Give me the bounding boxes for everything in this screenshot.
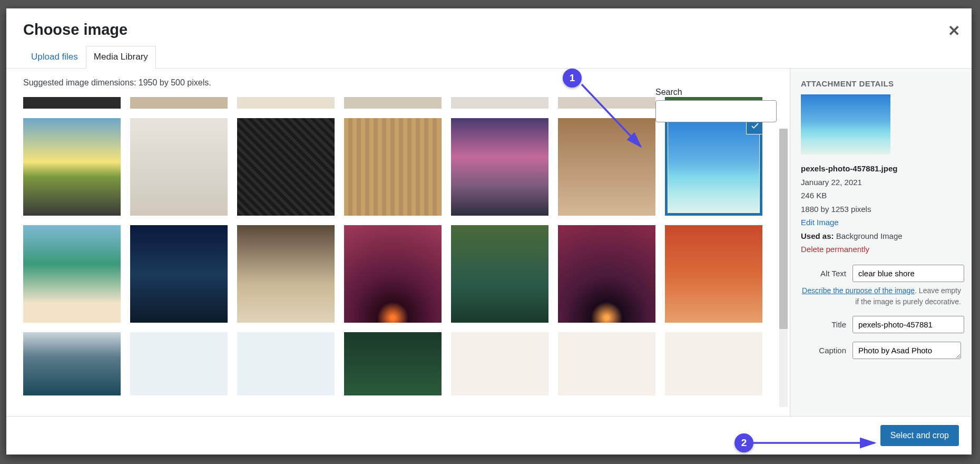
title-input[interactable] [852, 316, 964, 333]
search-input[interactable] [655, 100, 777, 122]
media-thumb-selected[interactable] [665, 118, 762, 216]
media-thumb[interactable] [237, 118, 335, 216]
media-thumb[interactable] [344, 225, 442, 323]
media-thumb[interactable] [130, 118, 228, 216]
media-thumb[interactable] [665, 225, 762, 323]
title-row: Title [801, 316, 961, 333]
search-label: Search [655, 88, 777, 97]
annotation-arrow-1 [572, 78, 651, 157]
media-thumb[interactable] [237, 225, 335, 323]
media-thumb[interactable] [23, 118, 121, 216]
title-label: Title [801, 316, 846, 329]
annotation-badge-2: 2 [734, 433, 753, 452]
media-thumb[interactable] [344, 118, 442, 216]
media-thumb[interactable] [23, 332, 121, 395]
used-as-label: Used as: [801, 231, 834, 240]
modal-header: Choose image ✕ [6, 8, 972, 46]
scrollbar-thumb[interactable] [779, 129, 788, 329]
media-grid [23, 118, 771, 323]
grid-scrollbar[interactable] [779, 129, 788, 407]
alt-text-help: Describe the purpose of the image. Leave… [801, 285, 961, 307]
media-thumb[interactable] [130, 97, 228, 109]
media-thumb[interactable] [451, 332, 548, 395]
media-thumb[interactable] [665, 332, 762, 395]
media-thumb[interactable] [130, 332, 228, 395]
media-thumb[interactable] [237, 97, 335, 109]
media-thumb[interactable] [451, 118, 548, 216]
modal-title: Choose image [23, 21, 955, 38]
attachment-date: January 22, 2021 [801, 176, 961, 189]
alt-text-input[interactable] [852, 265, 964, 282]
annotation-arrow-2 [753, 437, 883, 449]
close-button[interactable]: ✕ [948, 22, 960, 40]
select-and-crop-button[interactable]: Select and crop [880, 425, 959, 446]
media-thumb[interactable] [451, 225, 548, 323]
delete-permanently-link[interactable]: Delete permanently [801, 245, 869, 254]
attachment-preview [801, 94, 890, 154]
caption-label: Caption [801, 342, 846, 355]
media-grid-row-partial-bottom [23, 332, 771, 395]
search-area: Search [655, 88, 777, 122]
caption-input[interactable]: Photo by Asad Photo [852, 342, 961, 359]
media-modal: Choose image ✕ Upload files Media Librar… [6, 8, 972, 455]
used-as-value: Background Image [836, 231, 903, 240]
annotation-badge-1: 1 [563, 69, 582, 88]
alt-text-label: Alt Text [801, 265, 846, 278]
media-thumb[interactable] [23, 97, 121, 109]
tab-media-library[interactable]: Media Library [86, 46, 156, 69]
media-thumb[interactable] [344, 97, 442, 109]
alt-text-row: Alt Text [801, 265, 961, 282]
media-thumb[interactable] [451, 97, 548, 109]
media-grid-scroll[interactable] [23, 97, 773, 416]
caption-row: Caption Photo by Asad Photo [801, 342, 961, 359]
attachment-details-sidebar: ATTACHMENT DETAILS pexels-photo-457881.j… [790, 69, 972, 416]
attachment-filesize: 246 KB [801, 189, 961, 202]
modal-content: Suggested image dimensions: 1950 by 500 … [6, 69, 972, 416]
tab-upload-files[interactable]: Upload files [23, 46, 86, 69]
tab-bar: Upload files Media Library [6, 46, 972, 69]
close-icon: ✕ [948, 23, 960, 39]
edit-image-link[interactable]: Edit Image [801, 218, 839, 227]
media-thumb[interactable] [558, 332, 655, 395]
media-thumb[interactable] [344, 332, 442, 395]
dimension-hint: Suggested image dimensions: 1950 by 500 … [23, 78, 773, 88]
sidebar-heading: ATTACHMENT DETAILS [801, 79, 961, 88]
media-thumb[interactable] [237, 332, 335, 395]
attachment-dimensions: 1880 by 1253 pixels [801, 202, 961, 216]
alt-text-help-link[interactable]: Describe the purpose of the image [802, 286, 915, 295]
svg-line-0 [582, 84, 641, 147]
media-thumb[interactable] [23, 225, 121, 323]
attachment-filename: pexels-photo-457881.jpeg [801, 164, 897, 173]
media-thumb[interactable] [130, 225, 228, 323]
attachment-meta: pexels-photo-457881.jpeg January 22, 202… [801, 162, 961, 256]
media-thumb[interactable] [558, 225, 655, 323]
